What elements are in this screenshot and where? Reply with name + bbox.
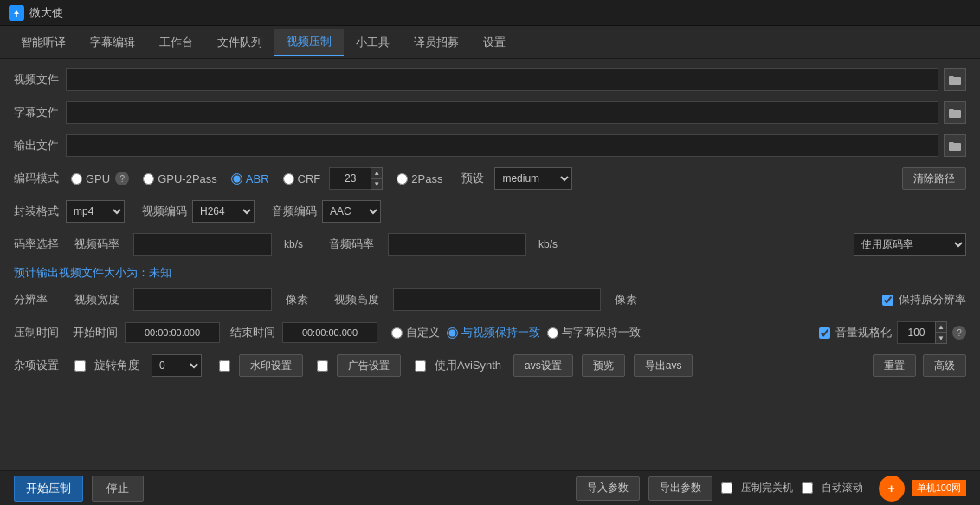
video-file-browse[interactable]: [944, 68, 966, 91]
preset-select[interactable]: medium ultrafast superfast veryfast fast…: [494, 167, 572, 190]
resolution-label: 分辨率: [14, 292, 66, 308]
output-file-row: 输出文件: [14, 133, 966, 158]
radio-crf-input[interactable]: [283, 173, 294, 185]
audio-codec-label: 音频编码: [272, 204, 317, 219]
shutdown-label: 压制完关机: [741, 481, 793, 495]
watermark-btn[interactable]: 水印设置: [239, 354, 303, 377]
radio-abr[interactable]: ABR: [231, 172, 269, 185]
svg-rect-4: [949, 110, 961, 118]
video-height-input[interactable]: [393, 288, 601, 311]
output-file-browse[interactable]: [944, 134, 966, 157]
format-label: 封装格式: [14, 204, 66, 219]
start-time-label: 开始时间: [73, 325, 118, 340]
reset-btn[interactable]: 重置: [873, 354, 916, 377]
time-label: 压制时间: [14, 325, 66, 340]
video-file-label: 视频文件: [14, 72, 66, 87]
tab-工作台[interactable]: 工作台: [147, 29, 205, 55]
video-width-input[interactable]: [133, 288, 272, 311]
audio-codec-select[interactable]: AACMP3AC3FLAC: [322, 200, 381, 223]
nav-bar: 智能听译 字幕编辑 工作台 文件队列 视频压制 小工具 译员招募 设置: [0, 26, 980, 59]
bitrate-label: 码率选择: [14, 236, 66, 252]
main-content: 视频文件 字幕文件 输出文件 编码模式 GPU ? GPU-2Pass: [0, 59, 980, 395]
radio-crf[interactable]: CRF: [283, 172, 321, 185]
radio-2pass-input[interactable]: [397, 173, 408, 185]
ad-checkbox[interactable]: [317, 360, 328, 372]
title-bar: 微大使: [0, 0, 980, 26]
px-label1: 像素: [286, 292, 308, 308]
ad-btn[interactable]: 广告设置: [337, 354, 401, 377]
rotate-checkbox[interactable]: [74, 360, 86, 372]
tab-译员招募[interactable]: 译员招募: [402, 29, 471, 55]
preview-size-text: 预计输出视频文件大小为：: [14, 266, 149, 279]
tab-视频压制[interactable]: 视频压制: [274, 29, 344, 56]
export-avs-btn[interactable]: 导出avs: [634, 354, 693, 377]
radio-video-time-input[interactable]: [447, 327, 458, 339]
start-btn[interactable]: 开始压制: [14, 476, 83, 502]
radio-2pass[interactable]: 2Pass: [397, 172, 442, 185]
output-file-input[interactable]: [66, 134, 938, 157]
watermark-checkbox[interactable]: [219, 360, 230, 372]
container-select[interactable]: mp4mkvavimovflv: [66, 200, 125, 223]
tab-智能听译[interactable]: 智能听译: [9, 29, 78, 55]
tab-小工具[interactable]: 小工具: [344, 29, 402, 55]
normalize-down-btn[interactable]: ▼: [935, 333, 947, 344]
audio-bitrate-input[interactable]: [388, 233, 526, 256]
format-row: 封装格式 mp4mkvavimovflv 视频编码 H264H265VP9AV1…: [14, 199, 966, 223]
radio-custom-time-input[interactable]: [391, 327, 403, 339]
normalize-up-btn[interactable]: ▲: [935, 321, 947, 333]
bitrate-mode-select[interactable]: 使用原码率 自定义: [854, 233, 966, 256]
subtitle-file-input[interactable]: [66, 101, 938, 124]
preview-btn[interactable]: 预览: [582, 354, 625, 377]
encode-mode-row: 编码模式 GPU ? GPU-2Pass ABR CRF ▲ ▼ 2Pas: [14, 166, 966, 191]
px-label2: 像素: [615, 292, 637, 308]
encode-mode-label: 编码模式: [14, 171, 66, 186]
keep-resolution-checkbox[interactable]: [882, 295, 893, 306]
clear-path-btn[interactable]: 清除路径: [902, 167, 966, 190]
tab-文件队列[interactable]: 文件队列: [205, 29, 274, 55]
start-time-input[interactable]: [125, 322, 220, 343]
misc-label: 杂项设置: [14, 358, 66, 373]
video-codec-select[interactable]: H264H265VP9AV1: [192, 200, 255, 223]
end-time-label: 结束时间: [230, 325, 275, 340]
avisynth-checkbox[interactable]: [415, 360, 426, 372]
end-time-input[interactable]: [282, 322, 377, 343]
rotate-label: 旋转角度: [94, 358, 139, 373]
subtitle-file-browse[interactable]: [944, 101, 966, 124]
bottom-bar: 开始压制 停止 导入参数 导出参数 压制完关机 自动滚动 + 单机100网: [0, 470, 980, 505]
crf-up-btn[interactable]: ▲: [371, 167, 383, 178]
video-codec-label: 视频编码: [142, 204, 187, 219]
normalize-info-icon[interactable]: ?: [952, 326, 966, 340]
radio-subtitle-time-input[interactable]: [547, 327, 558, 339]
stop-btn[interactable]: 停止: [92, 476, 144, 502]
rotate-select[interactable]: 090180270: [152, 354, 202, 377]
audio-bitrate-unit: kb/s: [538, 238, 558, 250]
radio-gpu2pass[interactable]: GPU-2Pass: [143, 172, 217, 185]
tab-设置[interactable]: 设置: [471, 29, 518, 55]
video-bitrate-input[interactable]: [133, 233, 272, 256]
radio-subtitle-time[interactable]: 与字幕保持一致: [547, 325, 641, 340]
tab-字幕编辑[interactable]: 字幕编辑: [78, 29, 147, 55]
video-file-input[interactable]: [66, 68, 938, 91]
radio-gpu2pass-input[interactable]: [143, 173, 154, 185]
normalize-audio-checkbox[interactable]: [819, 327, 830, 339]
auto-scroll-checkbox[interactable]: [802, 482, 813, 494]
shutdown-checkbox[interactable]: [721, 482, 732, 494]
advanced-btn[interactable]: 高级: [923, 354, 966, 377]
gpu-info-icon[interactable]: ?: [115, 172, 129, 185]
crf-value-input[interactable]: [329, 167, 371, 190]
import-params-btn[interactable]: 导入参数: [576, 476, 640, 501]
radio-gpu[interactable]: GPU ?: [71, 172, 129, 185]
subtitle-file-row: 字幕文件: [14, 100, 966, 125]
avs-settings-btn[interactable]: avs设置: [513, 354, 573, 377]
radio-custom-time[interactable]: 自定义: [391, 325, 440, 340]
radio-gpu-input[interactable]: [71, 173, 82, 185]
keep-res-label: 保持原分辨率: [899, 292, 966, 308]
normalize-value-input[interactable]: [897, 321, 935, 344]
misc-row: 杂项设置 旋转角度 090180270 水印设置 广告设置 使用AviSynth…: [14, 353, 966, 378]
radio-abr-input[interactable]: [231, 173, 242, 185]
export-params-btn[interactable]: 导出参数: [648, 476, 712, 501]
video-bitrate-label: 视频码率: [74, 236, 119, 252]
svg-rect-5: [949, 143, 961, 151]
crf-down-btn[interactable]: ▼: [371, 178, 383, 190]
radio-video-time[interactable]: 与视频保持一致: [447, 325, 540, 340]
